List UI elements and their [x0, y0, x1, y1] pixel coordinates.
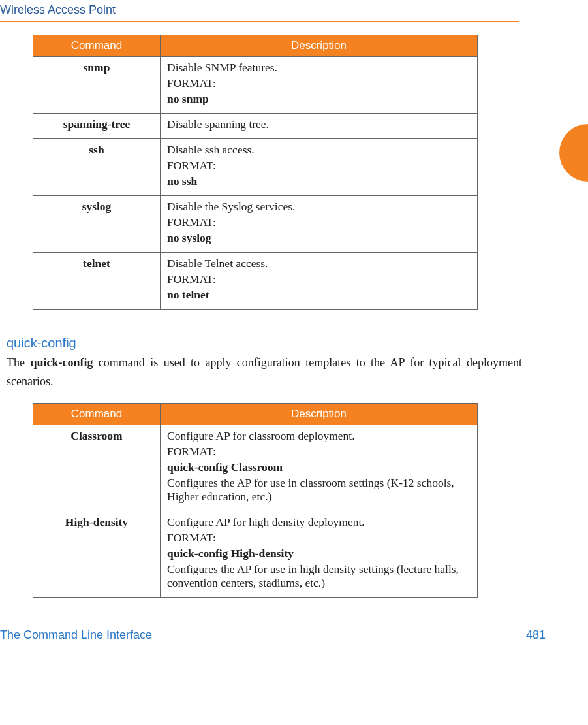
intro-before: The — [7, 356, 30, 369]
cmd-cell: ssh — [33, 139, 161, 196]
table-row: spanning-tree Disable spanning tree. — [33, 114, 478, 139]
desc-line: Configures the AP for use in high densit… — [167, 562, 471, 590]
page-header-title: Wireless Access Point — [0, 0, 546, 21]
commands-table-1: Command Description snmp Disable SNMP fe… — [33, 35, 478, 310]
table-row: ssh Disable ssh access. FORMAT: no ssh — [33, 139, 478, 196]
desc-line: FORMAT: — [167, 159, 471, 172]
desc-cell: Disable spanning tree. — [161, 114, 478, 139]
desc-cell: Disable Telnet access. FORMAT: no telnet — [161, 253, 478, 310]
col-command: Command — [33, 35, 161, 57]
cmd-cell: syslog — [33, 196, 161, 253]
desc-line-bold: no syslog — [167, 231, 471, 245]
table-row: snmp Disable SNMP features. FORMAT: no s… — [33, 57, 478, 114]
table-header-row: Command Description — [33, 403, 478, 425]
page-footer: The Command Line Interface 481 — [0, 628, 546, 642]
desc-line-bold: no telnet — [167, 288, 471, 302]
desc-line: Configures the AP for use in classroom s… — [167, 476, 471, 504]
cmd-cell: snmp — [33, 57, 161, 114]
desc-line: Disable ssh access. — [167, 143, 471, 157]
desc-line-bold: no ssh — [167, 174, 471, 188]
desc-cell: Disable SNMP features. FORMAT: no snmp — [161, 57, 478, 114]
desc-line: FORMAT: — [167, 531, 471, 545]
side-tab — [559, 124, 588, 182]
footer-left: The Command Line Interface — [0, 628, 152, 642]
desc-line: FORMAT: — [167, 445, 471, 459]
table-row: syslog Disable the Syslog services. FORM… — [33, 196, 478, 253]
desc-line: Disable spanning tree. — [167, 118, 471, 131]
desc-cell: Configure AP for high density deployment… — [161, 511, 478, 597]
table-header-row: Command Description — [33, 35, 478, 57]
cmd-cell: telnet — [33, 253, 161, 310]
intro-bold: quick-config — [30, 356, 93, 369]
footer-page-number: 481 — [526, 628, 546, 642]
desc-line: Configure AP for high density deployment… — [167, 515, 471, 529]
commands-table-2-wrap: Command Description Classroom Configure … — [33, 403, 478, 598]
cmd-cell: High-density — [33, 511, 161, 597]
desc-line: Disable Telnet access. — [167, 257, 471, 270]
desc-cell: Configure AP for classroom deployment. F… — [161, 425, 478, 511]
desc-line: Configure AP for classroom deployment. — [167, 429, 471, 443]
commands-table-2: Command Description Classroom Configure … — [33, 403, 478, 598]
desc-line-bold: quick-config High-density — [167, 547, 471, 560]
desc-line: FORMAT: — [167, 272, 471, 286]
col-description: Description — [161, 403, 478, 425]
section-heading-quick-config: quick-config — [7, 336, 546, 351]
table-row: High-density Configure AP for high densi… — [33, 511, 478, 597]
col-command: Command — [33, 403, 161, 425]
desc-line: FORMAT: — [167, 216, 471, 229]
desc-line-bold: quick-config Classroom — [167, 460, 471, 474]
desc-cell: Disable ssh access. FORMAT: no ssh — [161, 139, 478, 196]
table-row: telnet Disable Telnet access. FORMAT: no… — [33, 253, 478, 310]
cmd-cell: spanning-tree — [33, 114, 161, 139]
desc-line: FORMAT: — [167, 76, 471, 90]
desc-line: Disable SNMP features. — [167, 61, 471, 74]
commands-table-1-wrap: Command Description snmp Disable SNMP fe… — [33, 35, 478, 310]
cmd-cell: Classroom — [33, 425, 161, 511]
header-rule — [0, 21, 519, 22]
col-description: Description — [161, 35, 478, 57]
table-row: Classroom Configure AP for classroom dep… — [33, 425, 478, 511]
section-intro-text: The quick-config command is used to appl… — [7, 353, 522, 391]
desc-cell: Disable the Syslog services. FORMAT: no … — [161, 196, 478, 253]
desc-line-bold: no snmp — [167, 92, 471, 106]
desc-line: Disable the Syslog services. — [167, 200, 471, 214]
footer-rule — [0, 624, 546, 624]
